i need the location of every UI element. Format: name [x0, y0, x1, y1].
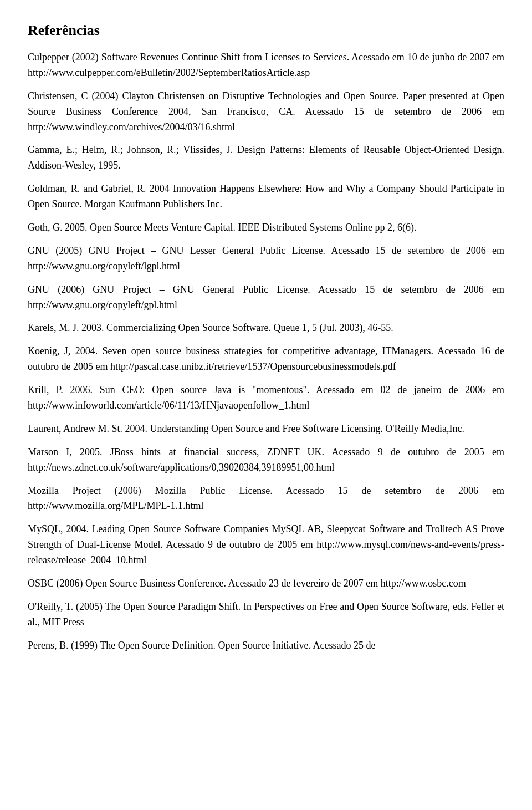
- references-section: Culpepper (2002) Software Revenues Conti…: [28, 50, 504, 654]
- ref-entry-laurent2004: Laurent, Andrew M. St. 2004. Understandi…: [28, 421, 504, 437]
- ref-entry-gnu2006: GNU (2006) GNU Project – GNU General Pub…: [28, 282, 504, 313]
- ref-entry-goldman: Goldman, R. and Gabriel, R. 2004 Innovat…: [28, 181, 504, 212]
- ref-entry-karels2003: Karels, M. J. 2003. Commercializing Open…: [28, 320, 504, 336]
- ref-entry-goth2005: Goth, G. 2005. Open Source Meets Venture…: [28, 220, 504, 236]
- ref-entry-christensen2004: Christensen, C (2004) Clayton Christense…: [28, 89, 504, 135]
- ref-entry-mozilla2006: Mozilla Project (2006) Mozilla Public Li…: [28, 483, 504, 514]
- ref-entry-osbc2006: OSBC (2006) Open Source Business Confere…: [28, 576, 504, 592]
- ref-entry-gnu2005: GNU (2005) GNU Project – GNU Lesser Gene…: [28, 243, 504, 274]
- ref-entry-krill2006: Krill, P. 2006. Sun CEO: Open source Jav…: [28, 383, 504, 414]
- ref-entry-perens1999: Perens, B. (1999) The Open Source Defini…: [28, 638, 504, 654]
- ref-entry-gamma1995: Gamma, E.; Helm, R.; Johnson, R.; Vlissi…: [28, 142, 504, 174]
- ref-entry-koenig2004: Koenig, J, 2004. Seven open source busin…: [28, 344, 504, 375]
- ref-entry-marson2005: Marson I, 2005. JBoss hints at financial…: [28, 445, 504, 476]
- page-heading: Referências: [28, 22, 504, 39]
- ref-entry-oreilly2005: O'Reilly, T. (2005) The Open Source Para…: [28, 599, 504, 630]
- ref-entry-mysql2004: MySQL, 2004. Leading Open Source Softwar…: [28, 522, 504, 568]
- ref-entry-culpepper2002: Culpepper (2002) Software Revenues Conti…: [28, 50, 504, 81]
